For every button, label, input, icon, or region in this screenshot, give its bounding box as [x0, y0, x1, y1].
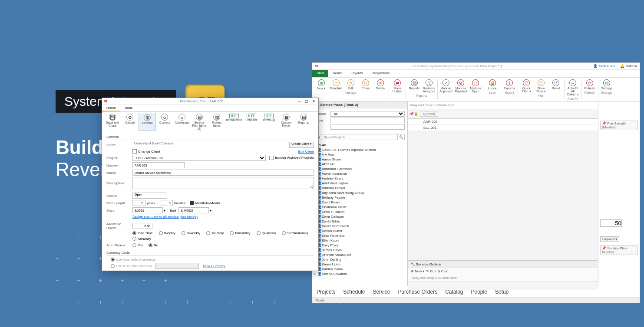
ribbon-settings-button[interactable]: ⚙Settings: [599, 78, 614, 91]
bottom-tab-setup[interactable]: Setup: [495, 289, 509, 295]
autorenew-no-radio[interactable]: No: [149, 243, 158, 247]
bottom-tab-catalog[interactable]: Catalog: [445, 289, 463, 295]
edit-client-link[interactable]: Edit Client: [298, 150, 314, 154]
tree-node[interactable]: ▸👤David Bride: [314, 219, 406, 224]
dlg-general-button[interactable]: ⊞General: [139, 113, 156, 131]
allow-weekly-radio[interactable]: Weekly: [159, 231, 175, 235]
ribbon-mass-update-button[interactable]: ⇄Mass Update: [390, 78, 405, 94]
tree-node[interactable]: ▸👤Jennifer Velasquez: [314, 252, 406, 257]
tree-node[interactable]: ▸👤Ariel Washington: [314, 181, 406, 186]
notify-label[interactable]: Notifica: [625, 64, 637, 68]
bottom-tab-people[interactable]: People: [471, 289, 487, 295]
col-number[interactable]: Number: [420, 111, 438, 117]
dlg-service-plan-items--button[interactable]: ▤Service Plan Items (2): [191, 113, 208, 131]
ribbon-mark-as-rejected-button[interactable]: ⊘Mark as Rejected: [453, 78, 468, 94]
cc-specific-radio[interactable]: [111, 264, 115, 268]
allow-annually-radio[interactable]: Annually: [132, 237, 151, 241]
ribbon-auto-fit-all-columns-button[interactable]: ↔Auto-Fit All Columns: [565, 78, 580, 97]
dlg-custom-fields-button[interactable]: ▦Custom Fields: [277, 113, 295, 131]
ribbon-edit-button[interactable]: ✎Edit: [343, 78, 358, 91]
bottom-tab-schedule[interactable]: Schedule: [343, 289, 365, 295]
allow-biweekly-radio[interactable]: Biweekly: [182, 231, 201, 235]
grid-row[interactable]: ELL-001: [408, 125, 598, 131]
cc-default-radio[interactable]: [111, 258, 115, 262]
allow-monthly-radio[interactable]: Monthly: [206, 231, 224, 235]
ribbon-mark-as-open-button[interactable]: ◌Mark as Open: [468, 78, 483, 94]
tree-node[interactable]: ▸👤Chairman Davie: [314, 205, 406, 209]
calendar-icon[interactable]: ▾: [164, 209, 165, 213]
plan-length-col[interactable]: 📌 Plan Length (Months): [600, 121, 638, 130]
grid-row[interactable]: AAR-005: [408, 119, 598, 125]
tree-node[interactable]: ▸👤Karen Upton: [314, 262, 406, 267]
start-date-input[interactable]: [132, 207, 163, 213]
search-input[interactable]: [322, 134, 397, 140]
tree-node[interactable]: ▸👤David McCormick: [314, 224, 406, 229]
tree-node[interactable]: ▸👤A A Ron: [314, 152, 406, 157]
tree-node[interactable]: ▸👤Foxy Roxy: [314, 243, 406, 248]
project-select[interactable]: USC - Wieman Hall: [132, 155, 266, 161]
so-edit-button[interactable]: ✎ Edit: [426, 269, 436, 273]
minimize-button[interactable]: —: [297, 99, 303, 103]
tree-node[interactable]: ▸👤Andrew Evers: [314, 176, 406, 181]
years-input[interactable]: [132, 200, 145, 206]
tab-home[interactable]: Home: [328, 70, 346, 77]
plan-length-value[interactable]: [600, 219, 622, 227]
user-name[interactable]: Seth Enos: [599, 64, 615, 68]
create-client-button[interactable]: Create Client ▾: [289, 142, 314, 148]
dlg-save-and-close-button[interactable]: 💾Save and Close: [104, 113, 121, 131]
tree-node[interactable]: ▸👤Bay Area Advertising Group: [314, 190, 406, 195]
maximize-button[interactable]: ▢: [304, 99, 310, 103]
tree-root[interactable]: All: [322, 143, 326, 147]
so-new-button[interactable]: ⊕ New ▾: [411, 269, 424, 273]
dlg-features-button[interactable]: RTFFeatures: [243, 113, 260, 131]
tree-node[interactable]: ▸👤Abraham Harrisson: [314, 167, 406, 171]
assign-start-link[interactable]: Assign start date to all service plan it…: [132, 215, 198, 219]
user-avatar-icon[interactable]: 👤: [593, 64, 598, 68]
dlg-tab-home[interactable]: Home: [102, 105, 120, 111]
tree-node[interactable]: ▸👤10958 St. Thomas Aquinas Wichita: [314, 147, 406, 152]
include-archived-checkbox[interactable]: [269, 156, 274, 160]
tree-node[interactable]: ▸👤Devon Huber: [314, 229, 406, 233]
service-plan-number-col[interactable]: 📌 Service Plan Number: [600, 245, 638, 255]
dlg-project-items-button[interactable]: ▥Project Items: [208, 113, 225, 131]
pin-icon[interactable]: 📌: [410, 112, 414, 116]
number-input[interactable]: [132, 162, 185, 168]
status-value[interactable]: Open: [132, 193, 167, 199]
tree-node[interactable]: ▸👤Ellen Knorr: [314, 238, 406, 243]
m2m-checkbox[interactable]: [190, 201, 194, 205]
dlg-contact-button[interactable]: ☺Contact: [156, 113, 173, 131]
tree-node[interactable]: ▸👤John Darling: [314, 257, 406, 262]
tree-node[interactable]: ▸👤Barbara Brown: [314, 186, 406, 190]
desc-textarea[interactable]: [132, 177, 314, 189]
bottom-tab-purchase-orders[interactable]: Purchase Orders: [398, 289, 437, 295]
months-input[interactable]: [160, 200, 173, 206]
search-icon[interactable]: 🔍: [397, 134, 404, 140]
close-button[interactable]: ✕: [310, 99, 317, 103]
tab-integrations[interactable]: Integrations: [367, 70, 394, 77]
ribbon-reports-button[interactable]: ▤Reports: [407, 78, 422, 94]
bottom-tab-projects[interactable]: Projects: [317, 289, 335, 295]
tree-node[interactable]: ▸👤Dave Calhoun: [314, 214, 406, 219]
dlg-reports-button[interactable]: ▤Reports: [295, 113, 312, 131]
name-input[interactable]: [132, 170, 314, 176]
ribbon-refresh-button[interactable]: ⟳Refresh: [582, 78, 597, 91]
so-clone-button[interactable]: ⎘ Clon: [438, 269, 449, 273]
ribbon-clone-button[interactable]: ⎘Clone: [358, 78, 373, 91]
autorenew-yes-radio[interactable]: Yes: [132, 243, 143, 247]
ribbon-delete-button[interactable]: ✕Delete: [373, 78, 388, 91]
tree-node[interactable]: ▸👤Chris P. Bacon: [314, 209, 406, 214]
ribbon-reset-button[interactable]: ↺Reset: [548, 78, 563, 94]
tree-node[interactable]: ▸👤Acme Insurance: [314, 171, 406, 176]
from-input[interactable]: [330, 118, 405, 123]
tree-node[interactable]: ▸👤ABC Inc: [314, 162, 406, 167]
notify-icon[interactable]: 🔔: [620, 64, 624, 68]
tab-layouts[interactable]: Layouts: [346, 70, 367, 77]
tree-node[interactable]: ▸👤Brittany Favale: [314, 195, 406, 200]
project-tree[interactable]: ▾ 🗀 All ▸👤10958 St. Thomas Aquinas Wichi…: [312, 142, 407, 286]
tree-node[interactable]: ▸👤Katrina Porav: [314, 267, 406, 271]
allow-semiannually-radio[interactable]: Semiannually: [282, 231, 308, 235]
ribbon-new--button[interactable]: ⊕New ▾: [314, 78, 329, 91]
period-select[interactable]: All: [330, 111, 405, 117]
tab-start[interactable]: Start: [312, 70, 328, 77]
dlg-cancel-button[interactable]: ⊘Cancel: [121, 113, 139, 131]
